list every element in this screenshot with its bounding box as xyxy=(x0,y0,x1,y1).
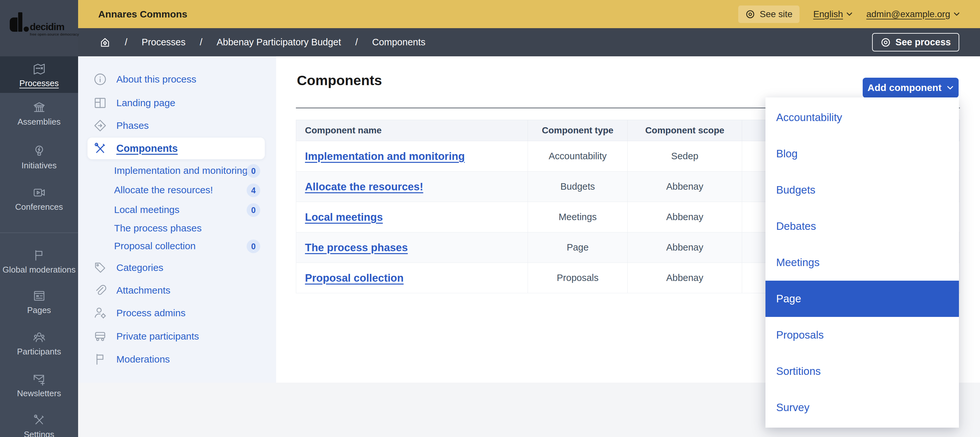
chevron-down-icon xyxy=(947,86,954,90)
component-scope-cell: Abbenay xyxy=(628,202,742,233)
menu-item-attachments[interactable]: Attachments xyxy=(92,283,170,298)
sidebar-item-conferences[interactable]: Conferences xyxy=(0,185,78,211)
menu-item-label: Phases xyxy=(116,120,149,131)
menu-subitem-implementation[interactable]: Implementation and monitoring xyxy=(114,163,248,178)
menu-item-label: Components xyxy=(116,143,178,154)
dropdown-item-debates[interactable]: Debates xyxy=(765,208,959,244)
menu-item-process-admins[interactable]: Process admins xyxy=(92,305,185,321)
menu-item-label: Moderations xyxy=(116,354,170,365)
menu-subitem-process-phases[interactable]: The process phases xyxy=(114,220,202,236)
breadcrumb-process-name[interactable]: Abbenay Participatory Budget xyxy=(217,37,341,48)
sidebar-item-label: Pages xyxy=(27,306,51,315)
dropdown-item-blog[interactable]: Blog xyxy=(765,136,959,172)
dropdown-item-page[interactable]: Page xyxy=(765,281,959,317)
dropdown-item-meetings[interactable]: Meetings xyxy=(765,244,959,281)
sidebar-divider xyxy=(0,233,78,233)
menu-item-label: Local meetings xyxy=(114,204,180,215)
column-header-component-name: Component name xyxy=(296,120,528,141)
component-scope-cell: Sedep xyxy=(628,141,742,171)
bank-icon xyxy=(32,100,47,115)
decidim-logo-tagline: free open-source democracy xyxy=(30,32,79,36)
sidebar-item-label: Participants xyxy=(17,347,61,356)
breadcrumb-separator: / xyxy=(200,37,202,48)
sidebar-item-initiatives[interactable]: Initiatives xyxy=(0,144,78,170)
language-selector[interactable]: English xyxy=(813,9,853,19)
sidebar-item-label: Initiatives xyxy=(21,161,56,170)
user-menu[interactable]: admin@example.org xyxy=(866,9,960,19)
breadcrumb-components[interactable]: Components xyxy=(372,37,425,48)
add-component-button[interactable]: Add component xyxy=(863,78,959,98)
tag-icon xyxy=(92,260,108,276)
component-link[interactable]: Allocate the resources! xyxy=(305,180,423,193)
language-label: English xyxy=(813,9,843,19)
component-scope-cell: Abbenay xyxy=(628,171,742,202)
sidebar-item-processes[interactable]: Processes xyxy=(0,56,78,93)
breadcrumb: / Processes / Abbenay Participatory Budg… xyxy=(100,37,425,48)
menu-subitem-local-meetings[interactable]: Local meetings xyxy=(114,202,180,217)
menu-item-phases[interactable]: Phases xyxy=(92,118,149,133)
dropdown-item-accountability[interactable]: Accountability xyxy=(765,100,959,136)
user-gear-icon xyxy=(92,305,108,321)
sidebar-item-label: Processes xyxy=(19,79,59,88)
component-type-cell: Accountability xyxy=(528,141,628,171)
menu-item-label: The process phases xyxy=(114,223,202,234)
component-link[interactable]: The process phases xyxy=(305,241,408,253)
lightbulb-icon xyxy=(32,144,47,158)
top-bar: Annares Commons See site English admin@e… xyxy=(78,0,980,28)
menu-item-categories[interactable]: Categories xyxy=(92,260,163,276)
paperclip-icon xyxy=(92,283,108,298)
component-link[interactable]: Proposal collection xyxy=(305,272,404,284)
decidim-logo-block: decidim free open-source democracy xyxy=(0,0,78,56)
sidebar-item-newsletters[interactable]: Newsletters xyxy=(0,372,78,398)
dropdown-item-proposals[interactable]: Proposals xyxy=(765,317,959,353)
add-component-label: Add component xyxy=(867,82,942,93)
breadcrumb-separator: / xyxy=(355,37,358,48)
dropdown-item-sortitions[interactable]: Sortitions xyxy=(765,353,959,390)
component-scope-cell: Abbenay xyxy=(628,233,742,263)
sidebar-item-assemblies[interactable]: Assemblies xyxy=(0,100,78,126)
sidebar-item-label: Global moderations xyxy=(3,266,75,274)
sidebar-item-pages[interactable]: Pages xyxy=(0,288,78,315)
phases-diamond-icon xyxy=(92,118,108,133)
eye-icon xyxy=(880,37,891,48)
menu-item-private-participants[interactable]: Private participants xyxy=(92,329,199,344)
component-type-cell: Proposals xyxy=(528,263,628,293)
private-participants-icon xyxy=(92,329,108,344)
component-link[interactable]: Implementation and monitoring xyxy=(305,150,465,162)
menu-item-label: Implementation and monitoring xyxy=(114,165,248,176)
menu-item-landing-page[interactable]: Landing page xyxy=(92,95,175,111)
menu-item-label: About this process xyxy=(116,74,196,85)
sidebar-item-global-moderations[interactable]: Global moderations xyxy=(0,248,78,274)
component-link[interactable]: Local meetings xyxy=(305,211,383,223)
menu-item-label: Proposal collection xyxy=(114,241,196,252)
dropdown-item-survey[interactable]: Survey xyxy=(765,390,959,426)
component-type-cell: Budgets xyxy=(528,171,628,202)
sidebar-item-settings[interactable]: Settings xyxy=(0,413,78,437)
menu-item-about[interactable]: About this process xyxy=(92,71,196,87)
dropdown-item-budgets[interactable]: Budgets xyxy=(765,172,959,208)
main-sidebar: Processes Assemblies Initiatives Confere… xyxy=(0,28,78,437)
tools-icon xyxy=(32,413,47,428)
home-icon[interactable] xyxy=(100,37,110,48)
sidebar-item-label: Assemblies xyxy=(18,117,60,126)
count-badge: 0 xyxy=(247,203,260,217)
see-site-link[interactable]: See site xyxy=(738,5,800,23)
count-badge: 4 xyxy=(247,184,260,197)
menu-item-moderations[interactable]: Moderations xyxy=(92,352,170,367)
layout-grid-icon xyxy=(92,95,108,111)
flag-icon xyxy=(32,248,47,263)
page-title: Components xyxy=(297,73,382,89)
menu-subitem-proposal-collection[interactable]: Proposal collection xyxy=(114,238,196,254)
menu-item-label: Process admins xyxy=(116,307,185,318)
process-menu-panel: About this process Landing page Phases C… xyxy=(78,56,276,383)
breadcrumb-processes[interactable]: Processes xyxy=(142,37,185,48)
menu-item-label: Private participants xyxy=(116,331,199,342)
count-badge: 0 xyxy=(247,239,260,253)
see-process-button[interactable]: See process xyxy=(872,33,959,51)
sidebar-item-label: Conferences xyxy=(15,203,63,211)
menu-item-components[interactable]: Components xyxy=(88,138,265,159)
sidebar-item-participants[interactable]: Participants xyxy=(0,330,78,356)
sidebar-item-label: Settings xyxy=(24,430,54,437)
menu-item-label: Landing page xyxy=(116,97,175,108)
menu-subitem-allocate-resources[interactable]: Allocate the resources! xyxy=(114,182,213,198)
